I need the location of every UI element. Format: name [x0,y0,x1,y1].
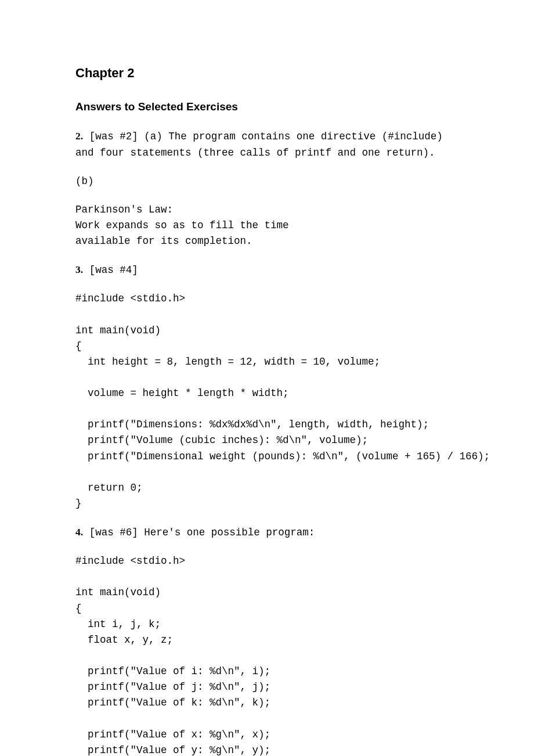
q3-number: 3. [75,264,83,275]
chapter-title: Chapter 2 [75,64,459,82]
section-title: Answers to Selected Exercises [75,99,459,115]
q2-number: 2. [75,130,83,142]
q2-part-a: 2. [was #2] (a) The program contains one… [75,128,459,160]
q3-intro: 3. [was #4] [75,262,459,278]
q4-code: #include <stdio.h> int main(void) { int … [75,553,459,756]
q4-number: 4. [75,526,83,538]
q4-intro: 4. [was #6] Here's one possible program: [75,524,459,541]
q2-part-b-label: (b) [75,174,459,189]
q4-text: [was #6] Here's one possible program: [83,527,315,538]
document-page: Chapter 2 Answers to Selected Exercises … [0,0,534,756]
q2-output: Parkinson's Law: Work expands so as to f… [75,202,459,249]
q3-code: #include <stdio.h> int main(void) { int … [75,291,459,512]
q2-text-a: [was #2] (a) The program contains one di… [75,131,449,158]
q3-text: [was #4] [83,264,138,276]
